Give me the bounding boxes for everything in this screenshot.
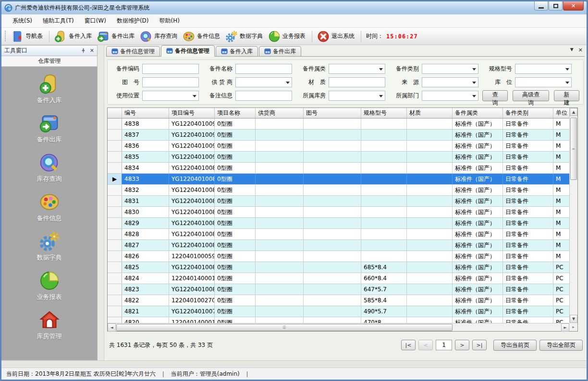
- table-row[interactable]: ▶4833YG122040100880型圈标准件（国产）日常备件M: [108, 174, 577, 185]
- row-indicator-cell: [108, 295, 122, 306]
- column-header-规格型号[interactable]: 规格型号: [361, 108, 407, 118]
- toolbar-button-parts-inbound[interactable]: 备件入库: [52, 29, 95, 44]
- tool-window-close-icon[interactable]: ✕: [90, 48, 94, 54]
- 备件属类-select[interactable]: [329, 64, 385, 74]
- toolbar-button-inventory-query[interactable]: 库存查询: [138, 29, 181, 44]
- table-row[interactable]: 4830YG122040100850型圈标准件（国产）日常备件M: [108, 207, 577, 218]
- table-row[interactable]: 4821YG122040100790型圈490*5.7标准件（国产）日常备件PC: [108, 306, 577, 317]
- table-row[interactable]: 4832YG122040100870型圈标准件（国产）日常备件M: [108, 185, 577, 196]
- panel-splitter[interactable]: [98, 45, 104, 360]
- table-row[interactable]: 4829YG122040100840型圈标准件（国产）日常备件M: [108, 218, 577, 229]
- close-button[interactable]: ✕: [563, 1, 584, 11]
- vertical-scroll-thumb[interactable]: ≡: [570, 118, 577, 180]
- table-row[interactable]: 4825YG122040100810型圈685*8.4标准件（国产）日常备件PC: [108, 262, 577, 273]
- tab-list-dropdown-icon[interactable]: ▼: [570, 47, 574, 53]
- scroll-up-icon[interactable]: ▲: [570, 108, 577, 116]
- column-header-图号[interactable]: 图号: [304, 108, 361, 118]
- 备件类别-select[interactable]: [422, 64, 478, 74]
- table-row[interactable]: 482612204010005990型圈标准件（国产）日常备件M: [108, 251, 577, 262]
- 备注信息-input[interactable]: [235, 91, 292, 101]
- vertical-scrollbar[interactable]: ▲ ≡ ▼: [569, 108, 577, 323]
- inventory-query-icon: [140, 30, 152, 43]
- toolbar-button-parts-outbound[interactable]: 备件出库: [95, 29, 138, 44]
- horizontal-scroll-thumb[interactable]: ☰: [116, 324, 453, 331]
- column-header-项目编号[interactable]: 项目编号: [169, 108, 215, 118]
- tab-0[interactable]: 备件信息管理: [106, 46, 160, 56]
- menu-item[interactable]: 系统(S): [7, 14, 37, 27]
- prev-page-button[interactable]: <: [418, 340, 433, 350]
- sidebar-item-parts-info[interactable]: 备件信息: [37, 191, 62, 223]
- 备件编码-input[interactable]: [142, 64, 199, 74]
- sidebar-item-business-report[interactable]: 业务报表: [37, 270, 62, 301]
- export-current-page-button[interactable]: 导出当前页: [493, 340, 537, 351]
- table-row[interactable]: 4831YG122040100860型圈标准件（国产）日常备件M: [108, 196, 577, 207]
- column-header-备件属类[interactable]: 备件属类: [453, 108, 503, 118]
- table-row[interactable]: 4827YG122040100820型圈标准件（国产）日常备件M: [108, 240, 577, 251]
- 所属部门-select[interactable]: [422, 91, 478, 101]
- 规格型号-select[interactable]: [515, 64, 572, 74]
- 使用位置-select[interactable]: [142, 91, 199, 101]
- minimize-button[interactable]: [534, 1, 548, 11]
- 所属库房-select[interactable]: [329, 91, 385, 101]
- table-row[interactable]: 4834YG122040100890型圈标准件（国产）日常备件M: [108, 163, 577, 174]
- horizontal-scrollbar[interactable]: ◄ ☰ ►: [108, 323, 569, 331]
- sidebar-item-warehouse-mgmt[interactable]: 库房管理: [37, 310, 62, 341]
- advanced-query-button[interactable]: 高级查询: [513, 90, 549, 101]
- cell-project_no: 1220401400012: [169, 273, 215, 284]
- tab-2[interactable]: 备件入库: [216, 46, 258, 56]
- query-button[interactable]: 查询: [482, 90, 508, 101]
- sidebar-item-parts-outbound[interactable]: 备件出库: [37, 113, 62, 144]
- next-page-button[interactable]: >: [455, 340, 469, 350]
- export-all-pages-button[interactable]: 导出全部页: [539, 340, 583, 351]
- menu-item[interactable]: 数据维护(D): [111, 14, 154, 27]
- 库 位-select[interactable]: [515, 77, 572, 87]
- table-row[interactable]: 482412204014000120型圈660*8.4标准件（国产）日常备件PC: [108, 273, 577, 284]
- column-header-项目名称[interactable]: 项目名称: [215, 108, 256, 118]
- table-row[interactable]: 4828YG122040100830型圈标准件（国产）日常备件M: [108, 229, 577, 240]
- toolbar-button-data-dictionary[interactable]: 数据字典: [223, 29, 266, 44]
- column-header-编号[interactable]: 编号: [122, 108, 169, 118]
- sidebar-item-parts-inbound[interactable]: 备件入库: [37, 73, 62, 105]
- close-icon: ✕: [571, 3, 576, 9]
- cell-drawing: [304, 141, 361, 151]
- tab-1-active[interactable]: 备件信息管理: [161, 45, 215, 57]
- pin-icon[interactable]: [81, 48, 86, 53]
- menu-item[interactable]: 窗口(W): [79, 14, 111, 27]
- sidebar-item-inventory-query[interactable]: 库存查询: [37, 152, 62, 183]
- page-number-input[interactable]: [436, 340, 452, 350]
- tab-3[interactable]: 备件出库: [259, 46, 301, 56]
- scroll-left-icon[interactable]: ◄: [108, 323, 116, 332]
- scroll-right-icon[interactable]: ►: [561, 323, 569, 332]
- column-header-indicator[interactable]: [108, 108, 122, 118]
- table-row[interactable]: 4835YG122040100900型圈标准件（国产）日常备件M: [108, 152, 577, 163]
- scroll-down-icon[interactable]: ▼: [570, 315, 577, 323]
- table-row[interactable]: 4838YG122040100930型圈标准件（国产）日常备件M: [108, 119, 577, 130]
- cell-name: 0型圈: [215, 141, 256, 151]
- tab-close-icon[interactable]: ✕: [578, 47, 583, 53]
- toolbar-button-exit-system[interactable]: 退出系统: [315, 29, 358, 44]
- toolbar-button-nav-bar[interactable]: 导航条: [9, 29, 46, 44]
- toolbar-grip-handle[interactable]: [4, 31, 7, 42]
- table-row[interactable]: 482212204010027000型圈585*8.4标准件（国产）日常备件PC: [108, 295, 577, 306]
- first-page-button[interactable]: |<: [401, 340, 416, 350]
- new-button[interactable]: 新建: [554, 90, 579, 101]
- maximize-button[interactable]: [549, 1, 563, 11]
- toolbar-button-business-report[interactable]: 业务报表: [266, 29, 309, 44]
- last-page-button[interactable]: >|: [472, 340, 487, 350]
- table-row[interactable]: 4823YG122040100800型圈647*5.7标准件（国产）日常备件PC: [108, 284, 577, 295]
- column-header-单位[interactable]: 单位: [553, 108, 570, 118]
- 备件名称-input[interactable]: [235, 64, 292, 74]
- 供 货 商-select[interactable]: [235, 77, 292, 87]
- 图 号-input[interactable]: [142, 77, 199, 87]
- column-header-供货商[interactable]: 供货商: [256, 108, 304, 118]
- column-header-备件类别[interactable]: 备件类别: [503, 108, 553, 118]
- table-row[interactable]: 4836YG122040100910型圈标准件（国产）日常备件M: [108, 141, 577, 152]
- 材 质-input[interactable]: [329, 77, 385, 87]
- sidebar-item-data-dictionary[interactable]: 数据字典: [37, 231, 62, 262]
- menu-item[interactable]: 帮助(H): [154, 14, 185, 27]
- 来 源-select[interactable]: [422, 77, 478, 87]
- table-row[interactable]: 4837YG122040100920型圈标准件（国产）日常备件M: [108, 130, 577, 141]
- menu-item[interactable]: 辅助工具(T): [37, 14, 79, 27]
- column-header-材质[interactable]: 材质: [407, 108, 453, 118]
- toolbar-button-parts-info[interactable]: 备件信息: [181, 29, 223, 44]
